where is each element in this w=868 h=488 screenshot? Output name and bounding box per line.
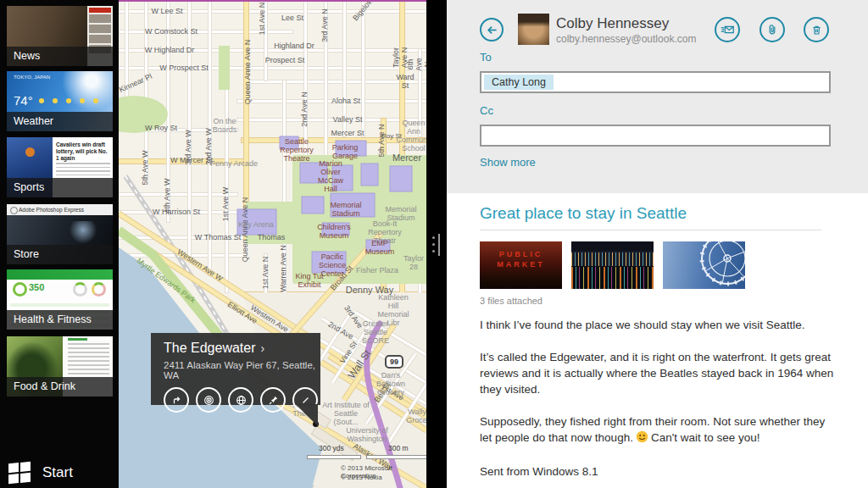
public-market-sign-text: PUBLIC MARKET: [480, 249, 562, 269]
body-paragraph-3: Supposedly, they fished right from their…: [480, 413, 837, 447]
body-paragraph-2: It’s called the Edgewater, and it is rig…: [480, 349, 837, 397]
location-popup: The Edgewater› 2411 Alaskan Way Pier 67,…: [151, 333, 320, 405]
show-more-link[interactable]: Show more: [480, 156, 536, 169]
cc-label: Cc: [480, 104, 493, 117]
tile-weather-label: Weather: [7, 112, 113, 131]
tile-sports[interactable]: Cavaliers win draft lottery, will pick N…: [7, 137, 113, 197]
recipient-chip[interactable]: Cathy Long: [484, 75, 554, 90]
pushpin-icon: [267, 394, 280, 407]
snap-divider[interactable]: [426, 0, 447, 488]
ferris-wheel-graphic: [663, 241, 745, 289]
compose-header: Colby Hennessey colby.hennessey@outlook.…: [447, 0, 868, 193]
sender-avatar[interactable]: [518, 14, 549, 45]
streetside-button[interactable]: [196, 387, 221, 413]
globe-icon: [235, 394, 248, 407]
signature: Sent from Windows 8.1: [480, 463, 837, 480]
tile-health-fitness[interactable]: 350 Health & Fitness: [7, 269, 113, 330]
to-field[interactable]: Cathy Long: [480, 71, 831, 93]
windows-81-split-screen: News TOKYO, JAPAN 74° Weather Cavaliers …: [0, 0, 868, 488]
directions-button[interactable]: [164, 387, 189, 413]
attachment-great-wheel[interactable]: [663, 241, 745, 289]
back-button[interactable]: [480, 18, 504, 42]
scale-m-label: 300 m: [388, 444, 409, 452]
tile-weather[interactable]: TOKYO, JAPAN 74° Weather: [7, 71, 113, 131]
files-attached-text: 3 files attached: [480, 296, 542, 306]
smiley-emoji: [636, 430, 648, 447]
to-label: To: [480, 51, 492, 64]
subject-line[interactable]: Great place to stay in Seattle: [480, 204, 687, 223]
scale-yds-label: 300 yds: [319, 444, 344, 452]
trash-icon: [810, 24, 823, 36]
attachment-public-market[interactable]: PUBLIC MARKET: [480, 241, 562, 289]
mail-compose-pane: Colby Hennessey colby.hennessey@outlook.…: [447, 0, 868, 488]
send-mail-icon: [720, 22, 735, 37]
tile-store-label: Store: [7, 245, 113, 264]
scale-bar-yds: [307, 455, 361, 459]
popup-address: 2411 Alaskan Way Pier 67, Seattle, WA: [164, 360, 320, 380]
start-button[interactable]: Start: [8, 463, 73, 483]
maps-app-pane[interactable]: W Lee StLee StW Comstock StW Highland Dr…: [119, 0, 426, 488]
message-body-section: Great place to stay in Seattle PUBLIC MA…: [447, 193, 868, 488]
tile-news-label: News: [7, 47, 113, 66]
nearby-button[interactable]: [228, 387, 253, 413]
tile-sports-label: Sports: [7, 178, 113, 197]
tile-news[interactable]: News: [7, 6, 113, 66]
app-switcher-sidebar: News TOKYO, JAPAN 74° Weather Cavaliers …: [0, 0, 119, 488]
tile-food-drink[interactable]: Food & Drink: [7, 336, 113, 396]
windows-logo-icon: [8, 462, 31, 485]
subject-divider: [480, 230, 821, 230]
back-arrow-icon: [485, 23, 499, 37]
send-button[interactable]: [715, 17, 740, 42]
paperclip-icon: [765, 23, 779, 36]
streetside-icon: [203, 394, 215, 407]
delete-button[interactable]: [804, 17, 829, 42]
sender-name: Colby Hennessey: [556, 15, 669, 32]
map-copyright-2: © 2013 Nokia: [341, 474, 382, 481]
map-road-top: [119, 0, 426, 2]
tile-food-label: Food & Drink: [7, 377, 113, 396]
directions-icon: [170, 394, 183, 407]
route-99-shield: 99: [385, 355, 403, 369]
attachment-skyline-night[interactable]: [571, 241, 654, 289]
divider-grip-icon[interactable]: [432, 236, 435, 252]
chevron-right-icon: ›: [261, 341, 265, 355]
attach-button[interactable]: [760, 17, 785, 42]
add-favorite-button[interactable]: [260, 387, 286, 413]
scale-bar-m: [366, 455, 426, 459]
popup-place-name[interactable]: The Edgewater›: [164, 341, 320, 356]
body-paragraph-1: I think I’ve found the place we should s…: [480, 317, 837, 333]
map-features-layer: [119, 0, 426, 488]
popup-action-bar: [164, 387, 320, 413]
message-body[interactable]: I think I’ve found the place we should s…: [480, 317, 837, 480]
sender-email: colby.hennessey@outlook.com: [556, 33, 696, 45]
tile-health-label: Health & Fitness: [7, 310, 113, 330]
start-label: Start: [42, 464, 73, 481]
cc-field[interactable]: [480, 125, 831, 147]
tile-store[interactable]: Adobe Photoshop Express Store: [7, 204, 113, 264]
